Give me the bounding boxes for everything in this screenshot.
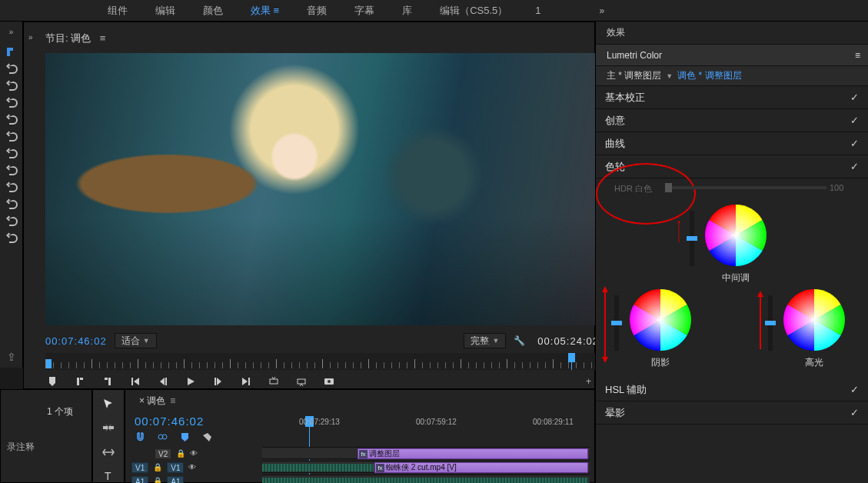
tab-editing-cs55[interactable]: 编辑（CS5.5）: [440, 4, 507, 18]
tab-assembly[interactable]: 组件: [108, 4, 128, 18]
mark-in-button[interactable]: [73, 375, 87, 388]
source-patch-v1[interactable]: V1: [131, 462, 148, 473]
undo-icon[interactable]: [5, 215, 18, 227]
section-creative[interactable]: 创意: [596, 109, 868, 132]
rate-stretch-tool[interactable]: [101, 445, 115, 461]
track-header-a1[interactable]: A1 🔒 A1: [131, 475, 184, 483]
undo-icon[interactable]: [5, 164, 18, 176]
resolution-dropdown[interactable]: 完整▼: [464, 333, 506, 348]
check-icon[interactable]: [850, 115, 859, 126]
check-icon[interactable]: [850, 161, 859, 172]
timeline-timecode[interactable]: 00:07:46:02: [135, 415, 204, 428]
luma-thumb[interactable]: [611, 321, 622, 325]
snap-icon[interactable]: [135, 431, 146, 445]
color-wheel-icon[interactable]: [782, 288, 846, 352]
undo-icon[interactable]: [5, 198, 18, 210]
go-to-out-button[interactable]: [239, 375, 253, 388]
undo-icon[interactable]: [5, 96, 18, 108]
paint-icon[interactable]: [5, 45, 18, 58]
track-target-v1[interactable]: V1: [167, 462, 184, 473]
check-icon[interactable]: [850, 92, 859, 103]
settings-icon[interactable]: [201, 431, 213, 445]
track-header-v2[interactable]: V2 🔒 👁: [131, 447, 198, 460]
go-to-in-button[interactable]: [128, 375, 142, 388]
play-button[interactable]: [184, 375, 198, 388]
program-scrubber[interactable]: [45, 353, 599, 370]
hdr-white-value[interactable]: 100: [830, 183, 843, 192]
panel-menu-icon[interactable]: ≡: [170, 395, 175, 406]
clip-video[interactable]: fx 蜘蛛侠 2 cut.mp4 [V]: [374, 462, 588, 473]
undo-icon[interactable]: [5, 130, 18, 142]
add-marker-button[interactable]: [45, 375, 59, 388]
panel-menu-icon[interactable]: ≡: [855, 50, 860, 61]
tab-audio[interactable]: 音频: [307, 4, 327, 18]
lift-button[interactable]: [267, 375, 281, 388]
panel-collapse-icon[interactable]: »: [9, 28, 14, 36]
track-v2[interactable]: fx 调整图层: [262, 447, 590, 459]
export-icon[interactable]: ⇪: [7, 351, 16, 363]
section-basic-correction[interactable]: 基本校正: [596, 86, 868, 109]
fx-badge-icon[interactable]: fx: [359, 450, 367, 458]
sequence-clip-link[interactable]: 调色 * 调整图层: [677, 69, 741, 82]
check-icon[interactable]: [850, 384, 859, 395]
track-target-v2[interactable]: V2: [155, 448, 171, 459]
track-target-a1[interactable]: A1: [167, 476, 184, 484]
panel-collapse-icon[interactable]: »: [28, 33, 33, 42]
section-curves[interactable]: 曲线: [596, 132, 868, 155]
section-vignette[interactable]: 晕影: [596, 401, 868, 425]
highlights-wheel[interactable]: 高光: [782, 288, 859, 369]
source-patch-a1[interactable]: A1: [131, 476, 148, 484]
zoom-dropdown[interactable]: 适合▼: [115, 333, 157, 348]
color-wheel-icon[interactable]: [703, 203, 768, 268]
mark-out-button[interactable]: [101, 375, 115, 388]
tab-captions[interactable]: 字幕: [354, 4, 374, 18]
eye-icon[interactable]: 👁: [190, 449, 198, 458]
check-icon[interactable]: [850, 138, 859, 149]
undo-icon[interactable]: [5, 181, 18, 193]
undo-icon[interactable]: [5, 79, 18, 92]
chevron-down-icon[interactable]: ▼: [666, 72, 673, 80]
lumetri-header[interactable]: Lumetri Color ≡: [596, 45, 868, 66]
selection-tool[interactable]: [101, 398, 115, 414]
luma-thumb[interactable]: [687, 236, 697, 241]
lock-icon[interactable]: 🔒: [153, 477, 162, 483]
ripple-tool[interactable]: [101, 421, 115, 438]
lock-icon[interactable]: 🔒: [153, 463, 162, 471]
undo-icon[interactable]: [5, 232, 18, 244]
master-clip-label[interactable]: 主 * 调整图层: [607, 69, 661, 82]
add-marker-icon[interactable]: [179, 431, 191, 445]
timeline-ruler[interactable]: 00:07:29:13 00:07:59:12 00:08:29:11: [262, 416, 590, 430]
fx-badge-icon[interactable]: fx: [376, 464, 384, 472]
clip-adjustment-layer[interactable]: fx 调整图层: [358, 448, 588, 459]
color-wheel-icon[interactable]: [628, 288, 693, 352]
tabs-overflow-icon[interactable]: »: [600, 5, 605, 16]
undo-icon[interactable]: [5, 113, 18, 125]
program-viewport[interactable]: [45, 53, 599, 325]
text-tool[interactable]: T: [101, 469, 115, 483]
track-a1[interactable]: [262, 475, 590, 483]
export-frame-button[interactable]: [322, 375, 336, 388]
panel-menu-icon[interactable]: ≡: [100, 32, 106, 44]
tab-library[interactable]: 库: [402, 4, 412, 18]
luma-slider[interactable]: [768, 295, 773, 351]
section-hsl-secondary[interactable]: HSL 辅助: [596, 378, 868, 401]
step-forward-button[interactable]: [211, 375, 225, 388]
luma-slider[interactable]: [614, 295, 619, 351]
button-editor-icon[interactable]: +: [586, 376, 591, 387]
tab-custom-1[interactable]: 1: [535, 5, 540, 16]
midtones-wheel[interactable]: 中间调: [703, 203, 780, 285]
check-icon[interactable]: [850, 407, 859, 418]
tab-editing[interactable]: 编辑: [155, 4, 175, 18]
clip-audio[interactable]: [262, 478, 588, 483]
eye-icon[interactable]: 👁: [188, 463, 196, 471]
in-point-marker[interactable]: [45, 359, 52, 368]
luma-slider[interactable]: [690, 211, 694, 266]
playhead-marker[interactable]: [568, 353, 575, 362]
sequence-tab[interactable]: × 调色≡: [139, 395, 175, 408]
settings-icon[interactable]: 🔧: [514, 335, 525, 346]
slider-thumb[interactable]: [665, 183, 672, 192]
track-v1[interactable]: fx 蜘蛛侠 2 cut.mp4 [V]: [262, 461, 590, 473]
tab-color[interactable]: 颜色: [203, 4, 223, 18]
luma-thumb[interactable]: [765, 321, 776, 325]
linked-selection-icon[interactable]: [157, 431, 168, 445]
